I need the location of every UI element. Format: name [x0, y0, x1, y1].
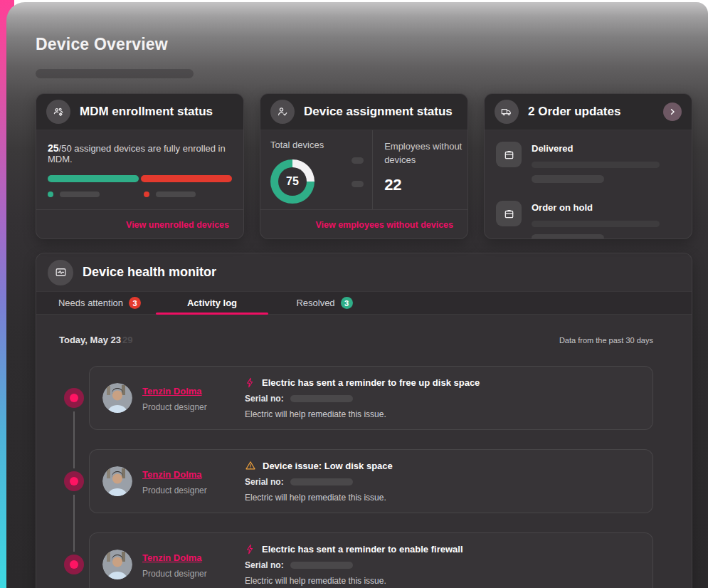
activity-title: Electric has sent a reminder to enable f… — [262, 544, 463, 555]
unenrolled-legend-skeleton — [156, 191, 196, 197]
package-icon — [496, 142, 522, 167]
health-tab-bar: Needs attention 3 Activity log Resolved … — [36, 291, 692, 315]
view-employees-without-devices-link[interactable]: View employees without devices — [315, 220, 453, 230]
total-devices-donut: 75 — [270, 159, 315, 204]
order-item-delivered[interactable]: Delivered — [496, 142, 680, 183]
serial-label: Serial no: — [245, 394, 284, 404]
person-role: Product designer — [142, 402, 232, 412]
timeline-row: Tenzin Dolma Product designer — [59, 449, 653, 513]
timeline-row: Tenzin Dolma Product designer Electric h… — [59, 366, 653, 430]
order-item-content: Delivered — [532, 142, 660, 183]
tab-activity-log[interactable]: Activity log — [156, 292, 268, 314]
mdm-stat-count: 25 — [48, 142, 59, 154]
order-status-label: Order on hold — [532, 202, 660, 213]
enrolled-legend-skeleton — [60, 191, 100, 197]
needs-attention-badge: 3 — [129, 297, 141, 309]
donut-legend-skeleton-1 — [352, 157, 364, 164]
total-devices-label: Total devices — [270, 139, 364, 152]
delivery-truck-icon — [495, 100, 519, 124]
timeline-dot — [64, 388, 84, 408]
employees-without-devices-column: Employees without devices 22 — [372, 130, 468, 209]
page-title: Device Overview — [36, 2, 692, 54]
donut-legend-skeleton-2 — [352, 181, 364, 187]
avatar — [102, 383, 132, 413]
activity-timeline: Tenzin Dolma Product designer Electric h… — [59, 366, 653, 588]
mdm-users-gear-icon — [46, 100, 70, 124]
order-skeleton-line — [532, 234, 604, 239]
person-column: Tenzin Dolma Product designer — [142, 384, 232, 412]
mdm-card-body: 25/50 assigned devices are fully enrolle… — [36, 130, 243, 203]
enrolled-legend-item — [48, 191, 100, 197]
main-panel: Device Overview — [6, 2, 708, 588]
total-devices-column: Total devices 75 — [260, 130, 372, 209]
activity-title: Electric has sent a reminder to free up … — [262, 377, 480, 388]
assignment-card-footer: View employees without devices — [260, 209, 467, 238]
order-updates-card: 2 Order updates — [484, 93, 692, 239]
order-skeleton-line — [532, 175, 604, 183]
date-ghost-text: 29 — [122, 335, 132, 345]
serial-row: Serial no: — [245, 560, 463, 570]
total-devices-value: 75 — [278, 167, 307, 196]
serial-label: Serial no: — [245, 477, 284, 487]
tab-activity-log-label: Activity log — [187, 298, 237, 308]
mdm-stat-rest: /50 assigned devices are fully enrolled … — [48, 143, 226, 164]
timeline-dot — [64, 471, 84, 491]
serial-row: Serial no: — [245, 477, 393, 487]
person-column: Tenzin Dolma Product designer — [142, 551, 232, 579]
view-unenrolled-devices-link[interactable]: View unenrolled devices — [126, 220, 229, 230]
enrolled-segment — [48, 175, 139, 182]
subtitle-skeleton — [36, 69, 194, 78]
timeline-gutter — [59, 449, 89, 513]
employees-without-devices-label: Employees without devices — [384, 140, 463, 167]
mdm-stat-text: 25/50 assigned devices are fully enrolle… — [48, 142, 232, 164]
mdm-card-title: MDM enrollment status — [80, 105, 213, 119]
timeline-gutter — [59, 532, 89, 588]
activity-body: Electric will help remediate this issue. — [245, 493, 393, 503]
lightning-bolt-icon — [245, 377, 255, 388]
message-column: Electric has sent a reminder to enable f… — [245, 544, 463, 586]
order-item-on-hold[interactable]: Order on hold — [496, 201, 680, 239]
person-role: Product designer — [142, 485, 232, 495]
employees-without-devices-value: 22 — [384, 176, 463, 194]
tab-resolved-label: Resolved — [296, 298, 334, 308]
activity-log-content: Today, May 2329 Data from the past 30 da… — [36, 315, 692, 588]
total-devices-donut-wrap: 75 — [270, 159, 364, 204]
mdm-card-footer: View unenrolled devices — [36, 209, 243, 238]
monitor-pulse-icon — [48, 260, 73, 285]
order-skeleton-line — [532, 162, 660, 168]
health-card-header: Device health monitor — [36, 253, 692, 291]
serial-skeleton — [290, 562, 353, 569]
resolved-badge: 3 — [341, 297, 353, 309]
order-item-content: Order on hold — [532, 201, 660, 239]
package-icon — [496, 201, 522, 226]
assignment-card-body: Total devices 75 — [260, 130, 467, 209]
serial-row: Serial no: — [245, 394, 480, 404]
serial-label: Serial no: — [245, 560, 284, 570]
enrollment-progress-bar — [48, 175, 232, 182]
tab-resolved[interactable]: Resolved 3 — [268, 292, 381, 314]
activity-item[interactable]: Tenzin Dolma Product designer — [89, 449, 653, 513]
orders-chevron-right-button[interactable] — [663, 103, 682, 121]
date-row: Today, May 2329 Data from the past 30 da… — [59, 333, 653, 346]
activity-title: Device issue: Low disk space — [263, 461, 393, 471]
person-name-link[interactable]: Tenzin Dolma — [142, 469, 202, 480]
person-name-link[interactable]: Tenzin Dolma — [142, 552, 202, 563]
activity-item[interactable]: Tenzin Dolma Product designer Electric h… — [89, 532, 653, 588]
person-check-icon — [270, 100, 295, 124]
message-column: Electric has sent a reminder to free up … — [245, 377, 480, 419]
orders-card-header: 2 Order updates — [485, 94, 692, 130]
unenrolled-segment — [141, 175, 232, 182]
device-health-monitor-card: Device health monitor Needs attention 3 … — [36, 253, 692, 588]
device-assignment-card: Device assignment status Total devices 7… — [260, 93, 468, 239]
message-column: Device issue: Low disk space Serial no: … — [245, 460, 393, 503]
lightning-bolt-icon — [245, 544, 255, 555]
chevron-right-icon — [667, 107, 677, 117]
person-column: Tenzin Dolma Product designer — [142, 468, 232, 495]
timeline-gutter — [59, 366, 89, 430]
order-skeleton-line — [532, 221, 660, 227]
person-name-link[interactable]: Tenzin Dolma — [142, 386, 202, 397]
avatar — [102, 550, 132, 579]
tab-needs-attention[interactable]: Needs attention 3 — [43, 292, 156, 314]
mdm-enrollment-card: MDM enrollment status 25/50 assigned dev… — [36, 93, 244, 239]
activity-item[interactable]: Tenzin Dolma Product designer Electric h… — [89, 366, 653, 430]
